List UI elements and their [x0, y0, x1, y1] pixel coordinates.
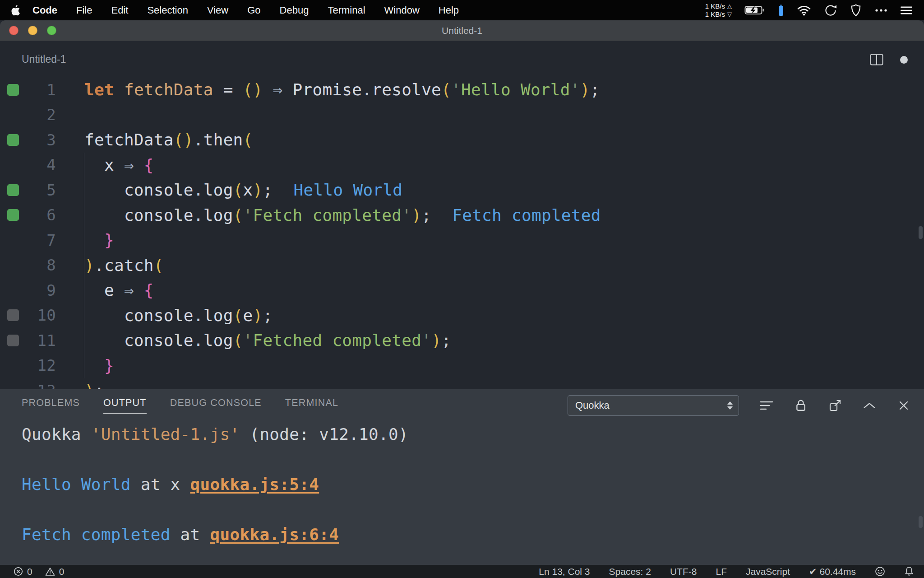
quokka-coverage-marker-green	[7, 134, 19, 146]
shield-icon[interactable]	[850, 4, 862, 17]
battery-icon[interactable]	[744, 5, 765, 15]
code-text: );	[56, 381, 104, 389]
sync-icon[interactable]	[824, 4, 837, 17]
unsaved-indicator-dot[interactable]	[900, 56, 908, 64]
code-text: let fetchData = () ⇒ Promise.resolve('He…	[56, 80, 600, 99]
code-line-9[interactable]: 9 e ⇒ {	[0, 278, 924, 303]
panel-tab-debug-console[interactable]: DEBUG CONSOLE	[170, 397, 262, 414]
status-right: Ln 13, Col 3 Spaces: 2 UTF-8 LF JavaScri…	[539, 566, 914, 577]
download-speed: 1 KB/s	[705, 10, 725, 19]
output-line: Fetch completed at quokka.js:6:4	[22, 522, 924, 547]
zoom-window-button[interactable]	[47, 26, 56, 35]
feedback-smiley-icon[interactable]	[875, 566, 885, 577]
code-line-6[interactable]: 6 console.log('Fetch completed');Fetch c…	[0, 203, 924, 228]
eol-setting[interactable]: LF	[716, 566, 727, 577]
lock-scroll-icon[interactable]	[794, 399, 808, 412]
code-line-11[interactable]: 11 console.log('Fetched completed');	[0, 328, 924, 353]
quokka-gutter	[0, 134, 27, 146]
close-window-button[interactable]	[9, 26, 18, 35]
menu-item-go[interactable]: Go	[238, 0, 270, 20]
menu-item-debug[interactable]: Debug	[270, 0, 319, 20]
window-title: Untitled-1	[0, 20, 924, 41]
wifi-icon[interactable]	[797, 5, 811, 16]
apple-icon	[11, 5, 20, 16]
indentation-setting[interactable]: Spaces: 2	[609, 566, 651, 577]
output-source-link[interactable]: quokka.js:6:4	[210, 525, 339, 544]
panel-tab-problems[interactable]: PROBLEMS	[22, 397, 80, 414]
editor-tab-title[interactable]: Untitled-1	[0, 53, 66, 65]
maximize-panel-icon[interactable]	[863, 401, 876, 410]
select-arrows-icon	[727, 401, 733, 410]
code-text: ).catch(	[56, 256, 164, 275]
editor-scrollbar-marker[interactable]	[919, 226, 923, 239]
quokka-gutter	[0, 335, 27, 346]
panel-actions: Quokka	[568, 395, 910, 416]
menu-item-edit[interactable]: Edit	[102, 0, 138, 20]
notification-center-icon[interactable]	[901, 6, 912, 15]
code-text: }	[56, 356, 114, 375]
code-area: 1let fetchData = () ⇒ Promise.resolve('H…	[0, 77, 924, 389]
code-line-12[interactable]: 12 }	[0, 353, 924, 378]
output-line: Hello World at x quokka.js:5:4	[22, 472, 924, 497]
code-line-3[interactable]: 3fetchData().then(	[0, 127, 924, 153]
notifications-bell-icon[interactable]	[904, 566, 914, 577]
split-editor-icon[interactable]	[870, 54, 883, 67]
line-number: 10	[27, 306, 56, 324]
code-line-4[interactable]: 4 x ⇒ {	[0, 153, 924, 178]
network-speed-indicator[interactable]: 1 KB/s△ 1 KB/s▽	[705, 2, 732, 19]
output-source-link[interactable]: quokka.js:5:4	[190, 475, 319, 494]
cursor-position[interactable]: Ln 13, Col 3	[539, 566, 590, 577]
device-battery-icon[interactable]	[778, 5, 784, 16]
apple-menu[interactable]	[0, 5, 23, 16]
menu-item-file[interactable]: File	[67, 0, 102, 20]
code-line-8[interactable]: 8).catch(	[0, 253, 924, 278]
clear-output-icon[interactable]	[760, 400, 773, 411]
code-text: console.log(e);	[56, 306, 273, 325]
indent-guide	[84, 153, 84, 378]
code-line-2[interactable]: 2	[0, 103, 924, 128]
problems-summary[interactable]: 0 0	[14, 566, 64, 577]
quokka-coverage-marker-gray	[7, 309, 19, 321]
line-number: 11	[27, 331, 56, 350]
menu-item-selection[interactable]: Selection	[138, 0, 198, 20]
minimize-window-button[interactable]	[28, 26, 37, 35]
screen: Code FileEditSelectionViewGoDebugTermina…	[0, 0, 924, 578]
menu-item-code[interactable]: Code	[23, 0, 67, 20]
code-line-13[interactable]: 13);	[0, 378, 924, 389]
code-text: x ⇒ {	[56, 156, 154, 174]
menu-item-help[interactable]: Help	[429, 0, 468, 20]
quokka-inline-value: Fetch completed	[452, 206, 601, 224]
upload-arrow-icon: △	[727, 2, 732, 10]
quokka-perf[interactable]: ✔ 60.44ms	[809, 566, 856, 577]
editor: Untitled-1 1let fetchData = () ⇒ Promise…	[0, 41, 924, 389]
output-channel-select[interactable]: Quokka	[568, 395, 739, 416]
panel-scrollbar-marker[interactable]	[919, 516, 923, 528]
open-in-editor-icon[interactable]	[828, 399, 842, 412]
output-line: Quokka 'Untitled-1.js' (node: v12.10.0)	[22, 422, 924, 447]
code-line-1[interactable]: 1let fetchData = () ⇒ Promise.resolve('H…	[0, 77, 924, 103]
line-number: 3	[27, 131, 56, 149]
more-icon[interactable]	[874, 8, 888, 13]
code-line-10[interactable]: 10 console.log(e);	[0, 303, 924, 328]
panel-tab-terminal[interactable]: TERMINAL	[285, 397, 338, 414]
code-text: console.log('Fetched completed');	[56, 331, 451, 350]
quokka-gutter	[0, 84, 27, 96]
menu-item-terminal[interactable]: Terminal	[318, 0, 374, 20]
quokka-coverage-marker-green	[7, 184, 19, 196]
line-number: 1	[27, 81, 56, 99]
line-number: 4	[27, 156, 56, 174]
panel-tab-output[interactable]: OUTPUT	[103, 397, 147, 414]
output-content: Quokka 'Untitled-1.js' (node: v12.10.0)H…	[0, 422, 924, 547]
encoding-setting[interactable]: UTF-8	[670, 566, 697, 577]
code-text: fetchData().then(	[56, 131, 253, 149]
code-line-7[interactable]: 7 }	[0, 228, 924, 253]
panel-header: PROBLEMSOUTPUTDEBUG CONSOLETERMINAL Quok…	[0, 389, 924, 422]
close-panel-icon[interactable]	[897, 400, 910, 411]
bottom-panel: PROBLEMSOUTPUTDEBUG CONSOLETERMINAL Quok…	[0, 389, 924, 565]
language-mode[interactable]: JavaScript	[746, 566, 790, 577]
code-line-5[interactable]: 5 console.log(x);Hello World	[0, 177, 924, 203]
menu-item-window[interactable]: Window	[375, 0, 429, 20]
window-title-bar: Untitled-1	[0, 20, 924, 41]
menu-item-view[interactable]: View	[198, 0, 238, 20]
menu-bar: Code FileEditSelectionViewGoDebugTermina…	[0, 0, 924, 20]
